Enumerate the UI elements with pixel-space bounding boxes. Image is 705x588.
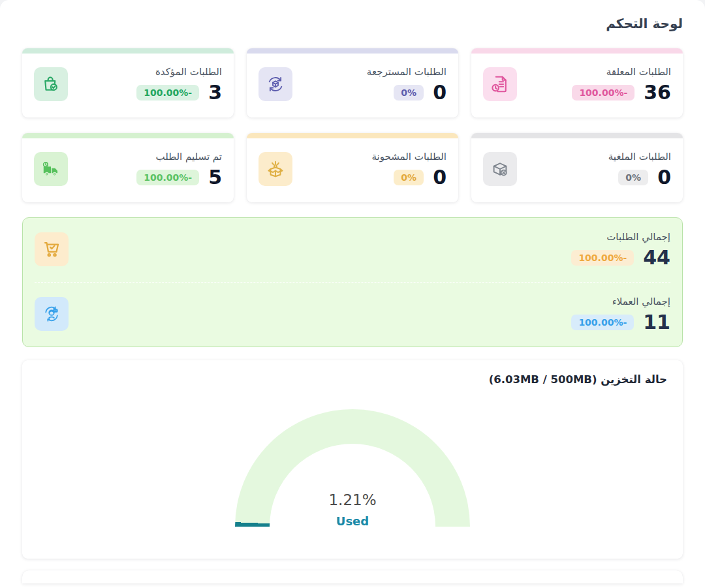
box-cancel-icon bbox=[483, 152, 517, 186]
total-value: 44 bbox=[643, 248, 670, 268]
card-value: 0 bbox=[657, 168, 671, 187]
card-label: الطلبات المسترجعة bbox=[367, 66, 446, 78]
stat-card-confirmed-orders: الطلبات المؤكدة 3 -100.00% bbox=[22, 48, 234, 117]
stat-card-returned-orders: الطلبات المسترجعة 0 0% bbox=[247, 48, 458, 117]
card-label: تم تسليم الطلب bbox=[156, 151, 222, 162]
delivery-truck-icon bbox=[34, 152, 68, 186]
totals-panel: إجمالي الطلبات 44 -100.00% إجمالي العملا… bbox=[22, 217, 683, 347]
card-value: 5 bbox=[208, 168, 222, 187]
gauge-percent-label: 1.21% bbox=[235, 491, 470, 508]
total-label: إجمالي الطلبات bbox=[606, 231, 670, 243]
gauge-used-label: Used bbox=[235, 514, 470, 527]
bag-check-icon bbox=[34, 67, 68, 101]
storage-title: حالة التخزين (6.03MB / 500MB) bbox=[38, 373, 667, 386]
card-value: 3 bbox=[208, 83, 222, 102]
percent-badge: 0% bbox=[618, 170, 648, 185]
dashboard-page: لوحة التحكم الطلبات المعلقة 36 -100.00% bbox=[0, 0, 705, 588]
cart-check-icon bbox=[35, 232, 69, 266]
percent-badge: -100.00% bbox=[136, 85, 199, 101]
card-value: 0 bbox=[433, 83, 446, 102]
box-return-icon bbox=[258, 67, 292, 101]
stat-card-pending-orders: الطلبات المعلقة 36 -100.00% bbox=[471, 48, 683, 117]
total-value: 11 bbox=[643, 313, 670, 332]
box-open-icon bbox=[258, 152, 292, 186]
card-accent-strip bbox=[22, 133, 234, 138]
storage-status-card: حالة التخزين (6.03MB / 500MB) 1.21% Used bbox=[22, 360, 683, 559]
stat-card-delivered-orders: تم تسليم الطلب 5 -100.00% bbox=[22, 133, 234, 202]
card-label: الطلبات المؤكدة bbox=[155, 66, 222, 78]
storage-gauge-chart: 1.21% Used bbox=[235, 409, 470, 527]
card-label: الطلبات المشحونة bbox=[372, 151, 446, 162]
total-label: إجمالي العملاء bbox=[612, 296, 670, 307]
page-title: لوحة التحكم bbox=[22, 0, 683, 31]
stat-card-cancelled-orders: الطلبات الملغية 0 0% bbox=[471, 133, 683, 202]
customer-support-icon bbox=[35, 297, 69, 331]
total-orders-row: إجمالي الطلبات 44 -100.00% bbox=[35, 218, 670, 282]
card-accent-strip bbox=[247, 48, 458, 54]
card-accent-strip bbox=[471, 133, 683, 138]
stat-cards-grid: الطلبات المعلقة 36 -100.00% bbox=[22, 48, 683, 202]
card-label: الطلبات المعلقة bbox=[606, 66, 671, 78]
percent-badge: -100.00% bbox=[572, 85, 634, 101]
percent-badge: -100.00% bbox=[136, 170, 199, 185]
percent-badge: -100.00% bbox=[571, 315, 634, 330]
percent-badge: 0% bbox=[394, 170, 424, 185]
card-accent-strip bbox=[247, 133, 458, 138]
total-customers-row: إجمالي العملاء 11 -100.00% bbox=[35, 282, 670, 347]
card-accent-strip bbox=[22, 48, 234, 54]
card-accent-strip bbox=[471, 48, 683, 54]
stat-card-shipped-orders: الطلبات المشحونة 0 0% bbox=[247, 133, 458, 202]
document-clock-icon bbox=[483, 67, 517, 101]
card-value: 36 bbox=[644, 83, 671, 102]
percent-badge: 0% bbox=[394, 85, 424, 101]
card-label: الطلبات الملغية bbox=[608, 151, 671, 162]
next-card-partial bbox=[22, 570, 683, 583]
card-value: 0 bbox=[433, 168, 446, 187]
percent-badge: -100.00% bbox=[571, 250, 634, 266]
